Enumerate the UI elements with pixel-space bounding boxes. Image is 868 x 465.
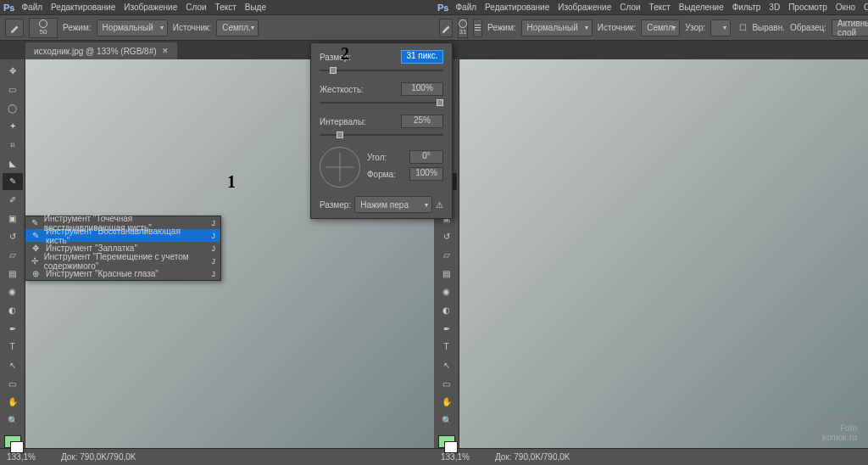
- source-label: Источник:: [173, 23, 211, 32]
- workspace-right: ✥ ▭ ◯ ✦ ⌗ ◣ ✎ ✐ ▣ ↺ ▱ ▤ ◉ ◐ ✒ T ↖ ▭ ✋ 🔍: [434, 59, 868, 448]
- menu-layers[interactable]: Слои: [186, 3, 206, 12]
- menu-select[interactable]: Выде: [245, 3, 266, 12]
- menu-view[interactable]: Просмотр: [788, 3, 827, 12]
- path-tool[interactable]: ↖: [3, 357, 23, 374]
- color-swatches[interactable]: [4, 435, 21, 448]
- history-brush-tool[interactable]: ↺: [437, 228, 457, 245]
- roundness-input[interactable]: 100%: [409, 167, 443, 181]
- annotation-two: 2: [341, 44, 349, 64]
- blur-tool[interactable]: ◉: [3, 283, 23, 300]
- menu-file[interactable]: Файл: [455, 3, 476, 12]
- eraser-tool[interactable]: ▱: [437, 247, 457, 264]
- zoom-value[interactable]: 133,1%: [441, 452, 470, 462]
- menu-help[interactable]: Справка: [864, 3, 868, 12]
- color-swatches[interactable]: [438, 435, 455, 448]
- history-brush-tool[interactable]: ↺: [3, 228, 23, 245]
- flyout-healing-brush[interactable]: ✎Инструмент "Восстанавливающая кисть"J: [25, 229, 220, 242]
- tool-preset-icon[interactable]: [5, 19, 24, 37]
- watermark: Fotokomok.ru: [816, 419, 863, 446]
- source-select[interactable]: Семпл.: [641, 20, 680, 36]
- brush-preset-picker[interactable]: 31: [458, 18, 468, 38]
- sample-select[interactable]: Активный слой: [832, 20, 868, 36]
- angle-input[interactable]: 0°: [409, 150, 443, 164]
- angle-label: Угол:: [367, 153, 387, 162]
- menu-text[interactable]: Текст: [649, 3, 670, 12]
- dodge-tool[interactable]: ◐: [3, 302, 23, 319]
- shape-tool[interactable]: ▭: [3, 375, 23, 392]
- spacing-input[interactable]: 25%: [401, 115, 443, 128]
- eraser-tool[interactable]: ▱: [3, 247, 23, 264]
- options-bar-left: 50 Режим: Нормальный Источник: Семпл.: [0, 15, 434, 41]
- menu-filter[interactable]: Фильтр: [732, 3, 761, 12]
- type-tool[interactable]: T: [3, 339, 23, 356]
- healing-flyout: ✎Инструмент "Точечная восстанавливающая …: [25, 216, 221, 281]
- dodge-tool[interactable]: ◐: [437, 302, 457, 319]
- document-tab[interactable]: исходник.jpg @ 133% (RGB/8#) ✕: [25, 42, 177, 59]
- pen-pressure-select[interactable]: Нажим пера: [354, 196, 432, 213]
- type-tool[interactable]: T: [437, 339, 457, 356]
- hardness-input[interactable]: 100%: [401, 82, 443, 96]
- brush-tool[interactable]: ✐: [3, 192, 23, 209]
- zoom-tool[interactable]: 🔍: [3, 412, 23, 429]
- spacing-slider[interactable]: [320, 132, 443, 138]
- brush-preset-picker[interactable]: 50: [29, 18, 58, 38]
- angle-control[interactable]: [320, 147, 360, 188]
- blur-tool[interactable]: ◉: [437, 283, 457, 300]
- crop-tool[interactable]: ⌗: [3, 137, 23, 154]
- warning-icon: ⚠: [436, 200, 443, 210]
- canvas-right[interactable]: [459, 59, 868, 448]
- footer-size-label: Размер:: [320, 200, 351, 210]
- gradient-tool[interactable]: ▤: [437, 265, 457, 282]
- align-checkbox-label[interactable]: Выравн.: [752, 23, 785, 32]
- mode-select[interactable]: Нормальный: [521, 20, 593, 36]
- wand-tool[interactable]: ✦: [3, 118, 23, 135]
- hardness-slider[interactable]: [320, 99, 443, 106]
- tool-preset-icon[interactable]: [439, 19, 453, 37]
- healing-tool[interactable]: ✎: [3, 173, 23, 190]
- pen-tool[interactable]: ✒: [437, 320, 457, 337]
- menubar-right: Ps Файл Редактирование Изображение Слои …: [434, 0, 868, 15]
- eyedropper-tool[interactable]: ◣: [3, 154, 23, 171]
- flyout-content-aware-move[interactable]: ✢Инструмент "Перемещение с учетом содерж…: [25, 255, 220, 267]
- hand-tool[interactable]: ✋: [437, 394, 457, 411]
- menu-edit[interactable]: Редактирование: [485, 3, 549, 12]
- pen-tool[interactable]: ✒: [3, 320, 23, 337]
- shape-tool[interactable]: ▭: [437, 375, 457, 392]
- menu-3d[interactable]: 3D: [769, 3, 780, 12]
- doc-info: Док: 790,0K/790,0K: [61, 452, 136, 462]
- tab-title: исходник.jpg @ 133% (RGB/8#): [34, 47, 157, 56]
- menu-image[interactable]: Изображение: [124, 3, 177, 12]
- size-input[interactable]: 31 пикс.: [401, 50, 443, 64]
- mode-select[interactable]: Нормальный: [97, 20, 168, 36]
- menu-edit[interactable]: Редактирование: [51, 3, 115, 12]
- tool-column: ✥ ▭ ◯ ✦ ⌗ ◣ ✎ ✐ ▣ ↺ ▱ ▤ ◉ ◐ ✒ T ↖ ▭ ✋ 🔍: [0, 59, 25, 448]
- zoom-tool[interactable]: 🔍: [437, 412, 457, 429]
- stamp-tool[interactable]: ▣: [3, 210, 23, 227]
- zoom-value[interactable]: 133,1%: [7, 452, 36, 462]
- size-slider[interactable]: [320, 67, 443, 74]
- menu-image[interactable]: Изображение: [558, 3, 611, 12]
- brush-settings-popover: Размер:31 пикс. Жесткость:100% Интервалы…: [310, 42, 453, 219]
- menu-layers[interactable]: Слои: [620, 3, 640, 12]
- brush-panel-toggle-icon[interactable]: ☰: [473, 19, 482, 37]
- menu-text[interactable]: Текст: [215, 3, 236, 12]
- hardness-label: Жесткость:: [320, 85, 364, 94]
- hand-tool[interactable]: ✋: [3, 394, 23, 411]
- menu-window[interactable]: Окно: [836, 3, 855, 12]
- spacing-label: Интервалы:: [320, 117, 366, 126]
- path-tool[interactable]: ↖: [437, 357, 457, 374]
- close-icon[interactable]: ✕: [162, 47, 169, 55]
- pattern-select[interactable]: [710, 20, 731, 36]
- lasso-tool[interactable]: ◯: [3, 99, 23, 116]
- gradient-tool[interactable]: ▤: [3, 265, 23, 282]
- menu-select[interactable]: Выделение: [679, 3, 724, 12]
- source-select[interactable]: Семпл.: [216, 20, 259, 36]
- mode-label: Режим:: [487, 23, 516, 32]
- marquee-tool[interactable]: ▭: [3, 81, 23, 98]
- app-logo: Ps: [437, 3, 448, 13]
- menubar-left: Ps Файл Редактирование Изображение Слои …: [0, 0, 434, 15]
- move-tool[interactable]: ✥: [3, 63, 23, 80]
- tabbar: [434, 41, 868, 59]
- menu-file[interactable]: Файл: [21, 3, 42, 12]
- status-bar-right: 133,1% Док: 790,0K/790,0K: [434, 448, 868, 465]
